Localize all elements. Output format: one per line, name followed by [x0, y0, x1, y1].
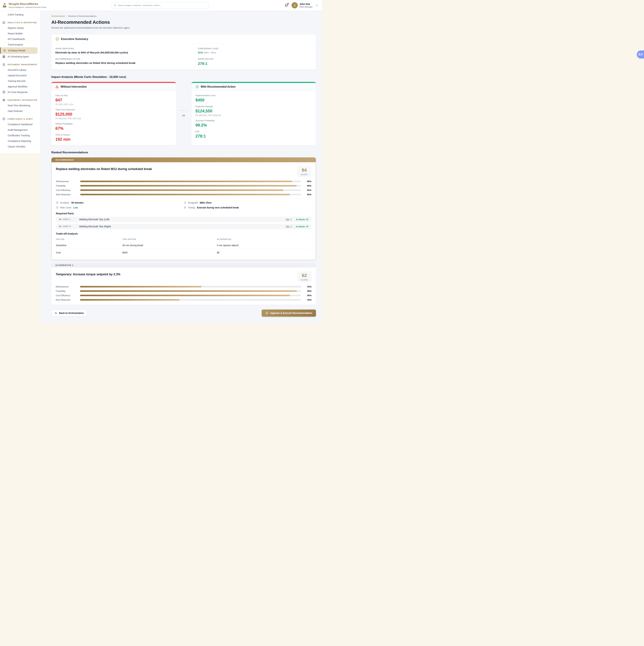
- flask-logo-icon: [2, 3, 7, 8]
- recommended-card: RECOMMENDED Replace welding electrodes o…: [51, 157, 316, 260]
- avatar: J: [291, 2, 298, 8]
- notifications-button[interactable]: [284, 4, 288, 7]
- part-row-we-4450-r: WE-4450-R Welding Electrode Tips (Right)…: [56, 224, 311, 229]
- user-menu[interactable]: J John Doe Plant Manager: [291, 2, 318, 8]
- tradeoff-table: FACTOR THIS OPTION ALTERNATIVE Downtime …: [56, 237, 311, 256]
- back-to-orchestration-button[interactable]: Back to Orchestration: [51, 310, 87, 317]
- tradeoff-row-downtime: Downtime 30 min during break 5 min (para…: [56, 242, 311, 249]
- sidebar-item-upload-document[interactable]: Upload Document: [0, 73, 40, 78]
- issue-identified-value: Electrode tip wear at 94% of lifecycle (…: [55, 51, 198, 54]
- breadcrumb-current: Decision & Recommendations: [69, 15, 97, 17]
- breadcrumb-separator: /: [67, 15, 67, 17]
- metric-time-to-impact: Time to Impact 192 min: [55, 133, 172, 142]
- approve-execute-button[interactable]: Approve & Execute Recommendation: [262, 310, 316, 317]
- expected-roi-label: EXPECTED ROI: [198, 58, 312, 60]
- vs-divider: vs: [176, 82, 191, 145]
- impact-analysis-title: Impact Analysis (Monte Carlo Simulation …: [51, 75, 316, 79]
- sidebar-item-ai-scheduling-agent[interactable]: AI Scheduling Agent: [0, 54, 40, 59]
- metric-total-cost-exposure: Total Cost Exposure $125,000 P5: $95,000…: [55, 108, 172, 120]
- recommended-badge: RECOMMENDED: [51, 157, 316, 162]
- chip-icon: [2, 99, 5, 102]
- sidebar-item-capa-tracking[interactable]: CAPA Tracking: [0, 12, 40, 17]
- bar-risk-reduction: Risk Reduction 95%: [56, 193, 311, 196]
- score-badge: 94 SCORE: [297, 166, 311, 177]
- sidebar-item-real-time-monitoring[interactable]: Real-Time Monitoring: [0, 103, 40, 108]
- with-recommended-action-card: With Recommended Action Implementation C…: [191, 82, 316, 145]
- issue-identified-label: ISSUE IDENTIFIED: [55, 47, 198, 49]
- sidebar-item-compliance-dashboard[interactable]: Compliance Dashboard: [0, 121, 40, 127]
- lightbulb-icon: [3, 49, 6, 52]
- sidebar-item-training-records[interactable]: Training Records: [0, 78, 40, 84]
- chart-icon: [2, 21, 5, 24]
- criteria-bars: Effectiveness 96% Feasibility 98% Cost E…: [56, 180, 311, 196]
- shield-icon: [56, 206, 58, 209]
- user-icon: [184, 201, 186, 204]
- ranked-recommendations-title: Ranked Recommendations: [51, 151, 316, 154]
- brand-title: Nexgile-NeuralWorks: [9, 2, 46, 6]
- global-search[interactable]: [111, 2, 209, 9]
- chevron-down-icon: [315, 4, 318, 7]
- bar-cost-efficiency: Cost Efficiency 92%: [56, 189, 311, 191]
- sidebar-item-audit-management[interactable]: Audit Management: [0, 127, 40, 133]
- confidence-level-label: CONFIDENCE LEVEL: [198, 47, 312, 49]
- bar-effectiveness: Effectiveness 55%: [56, 286, 311, 288]
- sidebar-item-certification-tracking[interactable]: Certification Tracking: [0, 133, 40, 138]
- sidebar-section-compliance-audit: COMPLIANCE & AUDIT: [0, 116, 40, 121]
- sidebar-item-report-builder[interactable]: Report Builder: [0, 31, 40, 36]
- recommendation-title: Replace welding electrodes on Robot W12 …: [56, 167, 152, 171]
- recommended-action-label: RECOMMENDED ACTION: [55, 58, 198, 60]
- clock-icon: [56, 201, 58, 204]
- alternative-1-card: ALTERNATIVE 1 Temporary: Increase torque…: [51, 263, 316, 305]
- shield-icon: [2, 91, 5, 94]
- detail-risk-level: Risk Level: Low: [56, 206, 184, 209]
- brand-subtitle: Neural Intelligence. Industrial Precisio…: [9, 6, 46, 8]
- sidebar-item-compliance-reporting[interactable]: Compliance Reporting: [0, 138, 40, 144]
- sidebar-item-document-library[interactable]: Document Library: [0, 67, 40, 73]
- arrow-left-icon: [55, 312, 57, 315]
- without-intervention-title: Without Intervention: [60, 85, 87, 88]
- sidebar-section-equipment-integration: EQUIPMENT INTEGRATION: [0, 98, 40, 103]
- bar-feasibility: Feasibility 98%: [56, 290, 311, 292]
- confidence-range: (86% - 95%): [204, 51, 216, 54]
- detail-timing: Timing: Execute during next scheduled br…: [184, 206, 311, 209]
- sidebar-item-ai-crisis-response[interactable]: AI Crisis Response: [0, 89, 40, 95]
- document-icon: [2, 63, 5, 66]
- user-name: John Doe: [299, 3, 312, 5]
- metric-implementation-cost: Implementation Cost $450: [196, 94, 312, 102]
- metric-expected-savings: Expected Savings $124,550 P5: $94,550 | …: [196, 105, 312, 117]
- main-content: Orchestration / Decision & Recommendatio…: [40, 11, 322, 323]
- sidebar-item-approval-workflow[interactable]: Approval Workflow: [0, 84, 40, 89]
- warning-icon: [55, 85, 59, 89]
- required-parts-title: Required Parts: [56, 212, 311, 215]
- breadcrumb: Orchestration / Decision & Recommendatio…: [51, 15, 316, 17]
- expected-roi-value: 278:1: [198, 62, 312, 66]
- shield-check-icon: [55, 37, 59, 41]
- brand: Nexgile-NeuralWorks Neural Intelligence.…: [2, 2, 75, 8]
- alternative-1-title: Temporary: Increase torque setpoint by 2…: [56, 273, 120, 276]
- with-recommended-action-title: With Recommended Action: [201, 85, 236, 88]
- search-input[interactable]: [118, 4, 207, 7]
- sidebar-item-ai-demo-portal[interactable]: AI Demo Portal: [0, 47, 37, 54]
- sidebar-item-clause-checklist[interactable]: Clause Checklist: [0, 144, 40, 149]
- page-subtitle: Review the optimized recommendations fro…: [51, 26, 316, 29]
- sidebar-item-kpi-dashboards[interactable]: KPI Dashboards: [0, 36, 40, 42]
- shield-check-icon: [265, 312, 268, 315]
- without-intervention-card: Without Intervention Parts at Risk 847 P…: [51, 82, 176, 145]
- page-title: AI-Recommended Actions: [51, 19, 316, 25]
- alternative-1-badge: ALTERNATIVE 1: [51, 263, 316, 267]
- app-header: Nexgile-NeuralWorks Neural Intelligence.…: [0, 0, 322, 11]
- sidebar-item-trend-analysis[interactable]: Trend Analysis: [0, 42, 40, 47]
- sidebar: CAPA Tracking ANALYTICS & REPORTING Repo…: [0, 11, 40, 153]
- metric-defect-probability: Defect Probability 67%: [55, 122, 172, 131]
- bar-feasibility: Feasibility 98%: [56, 185, 311, 187]
- confidence-level-value: 91%: [198, 51, 203, 54]
- sidebar-item-reports-library[interactable]: Reports Library: [0, 25, 40, 31]
- recommendation-details: Duration: 30 minutes Assigned: Mike Chen…: [56, 201, 311, 209]
- sidebar-item-data-historian[interactable]: Data Historian: [0, 108, 40, 114]
- bar-cost-efficiency: Cost Efficiency 95%: [56, 294, 311, 297]
- part-row-we-4450-l: WE-4450-L Welding Electrode Tips (Left) …: [56, 217, 311, 222]
- breadcrumb-orchestration-link[interactable]: Orchestration: [51, 15, 65, 17]
- metric-success-probability: Success Probability 99.2%: [196, 119, 312, 127]
- metric-parts-at-risk: Parts at Risk 847 P5: 620 | P95: 1124: [55, 94, 172, 106]
- notification-dot: [287, 3, 289, 5]
